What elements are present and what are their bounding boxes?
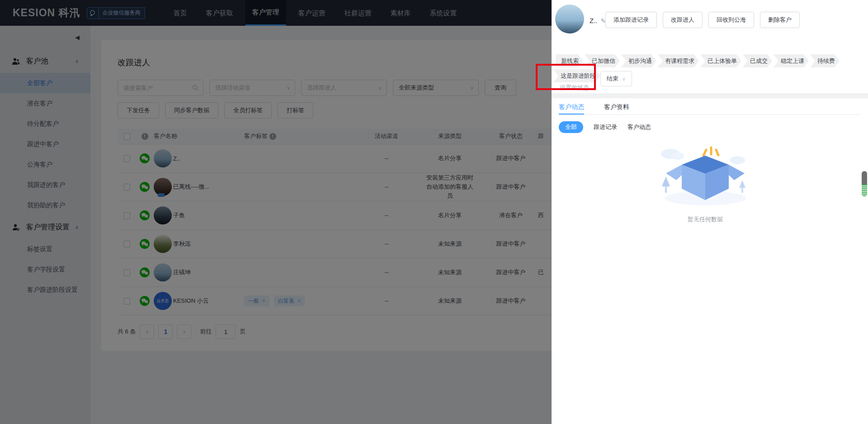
recycle-to-sea-button[interactable]: 回收到公海 — [708, 12, 754, 28]
pill-all[interactable]: 全部 — [559, 121, 583, 133]
empty-state: 暂无任何数据 — [552, 136, 859, 224]
status-dropdown[interactable]: 结束 ∨ — [600, 71, 632, 86]
stage-chip[interactable]: 已上体验单 — [700, 54, 741, 67]
pill-customer-activity[interactable]: 客户动态 — [627, 123, 651, 131]
stage-chip[interactable]: 稳定上课 — [774, 54, 809, 67]
change-follower-button[interactable]: 改跟进人 — [663, 12, 703, 28]
tab-customer-activity[interactable]: 客户动态 — [559, 103, 584, 114]
pill-follow-records[interactable]: 跟进记录 — [594, 123, 617, 131]
customer-detail-drawer: Z.. ✎ 添加跟进记录 改跟进人 回收到公海 删除客户 新线索 已加微信 初步… — [552, 0, 868, 424]
customer-name: Z.. ✎ — [590, 17, 606, 24]
tab-customer-profile[interactable]: 客户资料 — [604, 103, 629, 114]
activity-filter-pills: 全部 跟进记录 客户动态 — [559, 121, 651, 133]
customer-avatar — [555, 5, 584, 33]
stage-chip[interactable]: 已成交 — [743, 54, 772, 67]
chevron-down-icon: ∨ — [622, 76, 626, 82]
stage-chip[interactable]: 有课程需求 — [658, 54, 699, 67]
empty-box-illustration — [653, 136, 757, 212]
annotation-red-box — [536, 64, 596, 90]
drawer-tabs: 客户动态 客户资料 — [559, 103, 861, 115]
follow-stage-bar: 新线索 已加微信 初步沟通 有课程需求 已上体验单 已成交 稳定上课 待续费 — [556, 54, 841, 67]
drawer-actions: 添加跟进记录 改跟进人 回收到公海 删除客户 — [605, 12, 800, 28]
delete-customer-button[interactable]: 删除客户 — [760, 12, 800, 28]
section-divider — [552, 93, 868, 98]
add-follow-record-button[interactable]: 添加跟进记录 — [605, 12, 657, 28]
stage-chip[interactable]: 初步沟通 — [621, 54, 656, 67]
scrollbar-thumb[interactable] — [862, 171, 867, 196]
stage-chip[interactable]: 待续费 — [810, 54, 840, 67]
empty-state-text: 暂无任何数据 — [552, 215, 859, 224]
